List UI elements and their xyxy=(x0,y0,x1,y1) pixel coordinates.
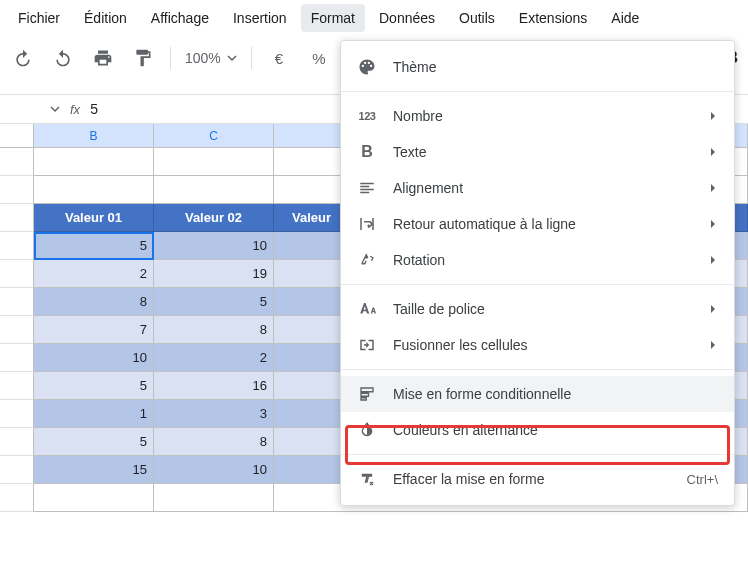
cell[interactable]: 1 xyxy=(34,400,154,428)
cell[interactable]: 10 xyxy=(34,344,154,372)
cell[interactable] xyxy=(154,148,274,176)
cell[interactable]: 8 xyxy=(34,288,154,316)
row-header[interactable] xyxy=(0,372,34,400)
row-header[interactable] xyxy=(0,176,34,204)
cell[interactable] xyxy=(34,148,154,176)
menu-aide[interactable]: Aide xyxy=(601,4,649,32)
separator xyxy=(170,47,171,69)
row-header[interactable] xyxy=(0,344,34,372)
row-header[interactable] xyxy=(0,204,34,232)
cell[interactable]: 16 xyxy=(154,372,274,400)
merge-icon xyxy=(357,335,377,355)
row-header[interactable] xyxy=(0,148,34,176)
undo-button[interactable] xyxy=(10,45,36,71)
menu-conditional-formatting[interactable]: Mise en forme conditionnelle xyxy=(341,376,734,412)
menu-label: Couleurs en alternance xyxy=(393,422,718,438)
theme-icon xyxy=(357,57,377,77)
redo-button[interactable] xyxy=(50,45,76,71)
row-header[interactable] xyxy=(0,232,34,260)
fx-label: fx xyxy=(70,102,80,117)
chevron-right-icon xyxy=(708,255,718,265)
chevron-right-icon xyxy=(708,219,718,229)
chevron-right-icon xyxy=(708,304,718,314)
separator xyxy=(341,454,734,455)
menu-label: Fusionner les cellules xyxy=(393,337,692,353)
cell[interactable]: 8 xyxy=(154,316,274,344)
row-header[interactable] xyxy=(0,456,34,484)
zoom-value: 100% xyxy=(185,50,221,66)
cell[interactable]: 2 xyxy=(34,260,154,288)
cell[interactable]: 8 xyxy=(154,428,274,456)
print-button[interactable] xyxy=(90,45,116,71)
menu-rotation[interactable]: Rotation xyxy=(341,242,734,278)
menu-number[interactable]: 123 Nombre xyxy=(341,98,734,134)
percent-button[interactable]: % xyxy=(306,45,332,71)
menu-wrap[interactable]: Retour automatique à la ligne xyxy=(341,206,734,242)
menu-clear-formatting[interactable]: Effacer la mise en forme Ctrl+\ xyxy=(341,461,734,497)
menu-donnees[interactable]: Données xyxy=(369,4,445,32)
col-header-c[interactable]: C xyxy=(154,124,274,148)
cell[interactable]: 5 xyxy=(34,372,154,400)
cell[interactable] xyxy=(154,484,274,512)
menu-label: Nombre xyxy=(393,108,692,124)
wrap-icon xyxy=(357,214,377,234)
table-header[interactable]: Valeur 01 xyxy=(34,204,154,232)
paint-format-button[interactable] xyxy=(130,45,156,71)
select-all-corner[interactable] xyxy=(0,124,34,148)
separator xyxy=(341,91,734,92)
cell[interactable]: 10 xyxy=(154,456,274,484)
menu-merge[interactable]: Fusionner les cellules xyxy=(341,327,734,363)
row-header[interactable] xyxy=(0,484,34,512)
conditional-format-icon xyxy=(357,384,377,404)
menu-text[interactable]: B Texte xyxy=(341,134,734,170)
menu-theme[interactable]: Thème xyxy=(341,49,734,85)
row-header[interactable] xyxy=(0,400,34,428)
name-box[interactable] xyxy=(10,104,60,114)
chevron-right-icon xyxy=(708,147,718,157)
menu-label: Retour automatique à la ligne xyxy=(393,216,692,232)
currency-button[interactable]: € xyxy=(266,45,292,71)
droplet-icon xyxy=(357,420,377,440)
menu-affichage[interactable]: Affichage xyxy=(141,4,219,32)
menu-alternating-colors[interactable]: Couleurs en alternance xyxy=(341,412,734,448)
row-header[interactable] xyxy=(0,260,34,288)
formula-input[interactable]: 5 xyxy=(90,101,98,117)
menu-outils[interactable]: Outils xyxy=(449,4,505,32)
cell[interactable] xyxy=(34,176,154,204)
cell[interactable]: 15 xyxy=(34,456,154,484)
menu-label: Mise en forme conditionnelle xyxy=(393,386,718,402)
format-dropdown: Thème 123 Nombre B Texte Alignement Reto… xyxy=(340,40,735,506)
cell[interactable]: 5 xyxy=(154,288,274,316)
row-header[interactable] xyxy=(0,316,34,344)
cell[interactable]: 7 xyxy=(34,316,154,344)
menu-alignment[interactable]: Alignement xyxy=(341,170,734,206)
menu-extensions[interactable]: Extensions xyxy=(509,4,597,32)
cell[interactable] xyxy=(154,176,274,204)
cell[interactable]: 5 xyxy=(34,428,154,456)
menu-format[interactable]: Format xyxy=(301,4,365,32)
cell[interactable]: 3 xyxy=(154,400,274,428)
menu-label: Alignement xyxy=(393,180,692,196)
row-header[interactable] xyxy=(0,428,34,456)
zoom-dropdown[interactable]: 100% xyxy=(185,50,237,66)
table-header[interactable]: Valeur 02 xyxy=(154,204,274,232)
cell[interactable]: 5 xyxy=(34,232,154,260)
clear-format-icon xyxy=(357,469,377,489)
cell[interactable]: 2 xyxy=(154,344,274,372)
chevron-right-icon xyxy=(708,111,718,121)
shortcut: Ctrl+\ xyxy=(687,472,718,487)
bold-icon: B xyxy=(357,142,377,162)
menu-label: Rotation xyxy=(393,252,692,268)
separator xyxy=(341,284,734,285)
cell[interactable]: 10 xyxy=(154,232,274,260)
cell[interactable]: 19 xyxy=(154,260,274,288)
menu-label: Thème xyxy=(393,59,718,75)
row-header[interactable] xyxy=(0,288,34,316)
menu-fontsize[interactable]: Taille de police xyxy=(341,291,734,327)
col-header-b[interactable]: B xyxy=(34,124,154,148)
menu-insertion[interactable]: Insertion xyxy=(223,4,297,32)
menu-fichier[interactable]: Fichier xyxy=(8,4,70,32)
menubar: Fichier Édition Affichage Insertion Form… xyxy=(0,0,748,36)
cell[interactable] xyxy=(34,484,154,512)
menu-edition[interactable]: Édition xyxy=(74,4,137,32)
